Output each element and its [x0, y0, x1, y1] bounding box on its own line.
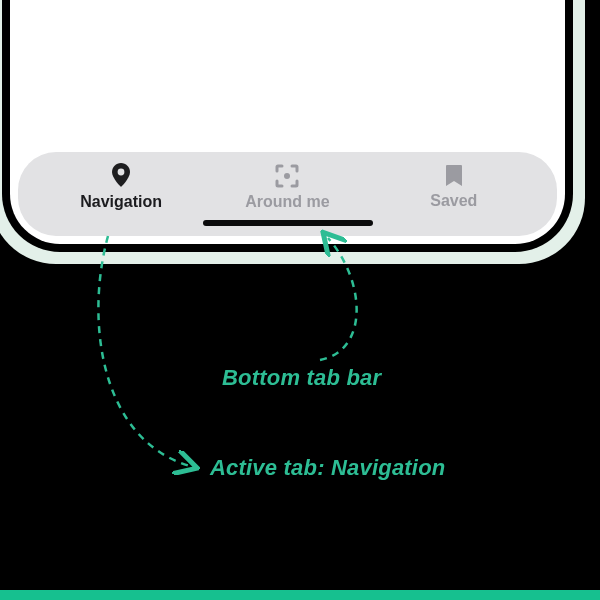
footer-accent-bar — [0, 590, 600, 600]
annotation-arrow-icon — [90, 230, 240, 480]
phone-screen: A Padaria Portuguesa A Padaria Portugues… — [10, 0, 565, 244]
bottom-tab-bar: Navigation Around me — [18, 152, 557, 236]
tab-label: Saved — [430, 192, 477, 210]
tab-label: Around me — [245, 193, 329, 211]
annotation-label: Active tab: Navigation — [210, 455, 445, 481]
annotation-label: Bottom tab bar — [222, 365, 381, 391]
tab-saved[interactable]: Saved — [394, 164, 514, 210]
phone-frame: A Padaria Portuguesa A Padaria Portugues… — [2, 0, 573, 252]
tab-navigation[interactable]: Navigation — [61, 163, 181, 211]
home-indicator — [203, 220, 373, 226]
svg-point-9 — [284, 173, 290, 179]
tab-around-me[interactable]: Around me — [227, 163, 347, 211]
bookmark-icon — [444, 164, 464, 188]
tab-label: Navigation — [80, 193, 162, 211]
pin-icon — [110, 163, 132, 189]
svg-point-8 — [118, 169, 125, 176]
phone-outline: A Padaria Portuguesa A Padaria Portugues… — [0, 0, 585, 264]
focus-target-icon — [274, 163, 300, 189]
